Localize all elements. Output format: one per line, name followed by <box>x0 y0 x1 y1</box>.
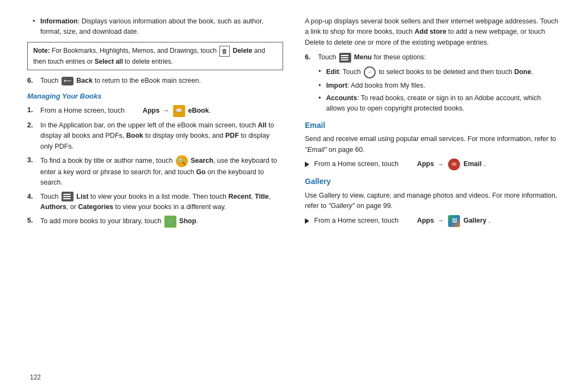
page-number: 122 <box>27 373 561 381</box>
apps-label-step1: Apps <box>143 107 160 114</box>
gallery-nav-row: From a Home screen, touch Apps → 🖼 Galle… <box>305 215 561 227</box>
step1-content: From a Home screen, touch Apps → 📖 eBook… <box>40 105 211 117</box>
step1-num: 1. <box>27 105 36 115</box>
page: • Information: Displays various informat… <box>0 0 588 392</box>
note-body: For Bookmarks, Highlights, Memos, and Dr… <box>52 47 218 54</box>
arrow-step1: → <box>163 107 171 114</box>
list-icon <box>62 192 74 201</box>
left-column: • Information: Displays various informat… <box>27 16 283 368</box>
bullet-edit: • Edit: Touch − to select books to be de… <box>313 66 561 78</box>
step6-back: 6. Touch ⟵ Back to return to the eBook m… <box>27 76 283 86</box>
apps-icon-email <box>402 158 414 170</box>
step6-menu-content: Touch Menu for these options: <box>318 52 426 63</box>
bullet-information: • Information: Displays various informat… <box>27 16 283 38</box>
bullet-accounts: • Accounts: To read books, create or sig… <box>313 93 561 114</box>
step6-menu-row: 6. Touch Menu for these options: <box>305 52 561 63</box>
email-heading: Email <box>305 120 561 132</box>
gallery-icon: 🖼 <box>448 215 460 227</box>
bullet-item-information: • Information: Displays various informat… <box>27 16 283 38</box>
menu-icon <box>339 53 351 63</box>
triangle-bullet-gallery <box>305 218 309 224</box>
step1-row: 1. From a Home screen, touch Apps → 📖 eB… <box>27 105 283 117</box>
search-icon: 🔍 <box>176 155 188 167</box>
step6-content: Touch ⟵ Back to return to the eBook main… <box>40 76 201 86</box>
right-intro: A pop-up displays several book sellers a… <box>305 16 561 48</box>
information-label: Information <box>40 17 78 25</box>
bullet-dot: • <box>33 16 37 38</box>
ebook-icon: 📖 <box>173 105 185 117</box>
apps-label-gallery: Apps <box>417 216 434 226</box>
step3-content: To find a book by title or author name, … <box>40 155 283 188</box>
gallery-heading: Gallery <box>305 176 561 188</box>
step4-content: Touch List to view your books in a list … <box>40 192 283 213</box>
select-all-label: Select all <box>95 58 123 65</box>
step3-num: 3. <box>27 155 36 166</box>
email-label: Email <box>463 159 481 169</box>
menu-options: • Edit: Touch − to select books to be de… <box>305 66 561 114</box>
gallery-description: Use Gallery to view, capture, and manage… <box>305 191 561 212</box>
back-icon: ⟵ <box>62 77 74 85</box>
step3-row: 3. To find a book by title or author nam… <box>27 155 283 188</box>
managing-books-heading: Managing Your Books <box>27 91 283 102</box>
apps-icon-step1 <box>127 105 139 117</box>
delete-label: Delete <box>232 47 252 54</box>
information-text: Information: Displays various informatio… <box>40 16 283 38</box>
note-end: to delete entries. <box>125 58 173 65</box>
edit-circle-icon: − <box>364 66 376 78</box>
step2-row: 2. In the Application bar, on the upper … <box>27 120 283 152</box>
step6-menu-num: 6. <box>305 52 314 63</box>
step4-row: 4. Touch List to view your books in a li… <box>27 192 283 213</box>
note-label: Note: <box>33 47 50 54</box>
step2-num: 2. <box>27 120 36 131</box>
apps-icon-gallery <box>402 215 414 227</box>
bullet-import: • Import: Add books from My files. <box>313 81 561 91</box>
step6-num: 6. <box>27 76 36 86</box>
gallery-label: Gallery <box>463 216 486 226</box>
step5-row: 5. To add more books to your library, to… <box>27 216 283 228</box>
step5-content: To add more books to your library, touch… <box>40 216 198 228</box>
content-area: • Information: Displays various informat… <box>27 16 561 368</box>
step4-num: 4. <box>27 192 36 202</box>
email-icon: ✉ <box>448 158 460 170</box>
step2-content: In the Application bar, on the upper lef… <box>40 120 283 152</box>
right-column: A pop-up displays several book sellers a… <box>305 16 561 368</box>
ebook-label: eBook <box>188 107 209 114</box>
delete-icon-box: 🗑 <box>219 46 230 57</box>
note-box: Note: For Bookmarks, Highlights, Memos, … <box>27 42 283 71</box>
email-nav-row: From a Home screen, touch Apps → ✉ Email… <box>305 158 561 170</box>
email-description: Send and receive email using popular ema… <box>305 134 561 155</box>
triangle-bullet-email <box>305 162 309 167</box>
apps-label-email: Apps <box>417 159 434 169</box>
shop-icon: 🛒 <box>164 216 176 228</box>
step5-num: 5. <box>27 216 36 226</box>
step6-row: 6. Touch ⟵ Back to return to the eBook m… <box>27 76 283 86</box>
back-label: Back <box>76 77 93 84</box>
